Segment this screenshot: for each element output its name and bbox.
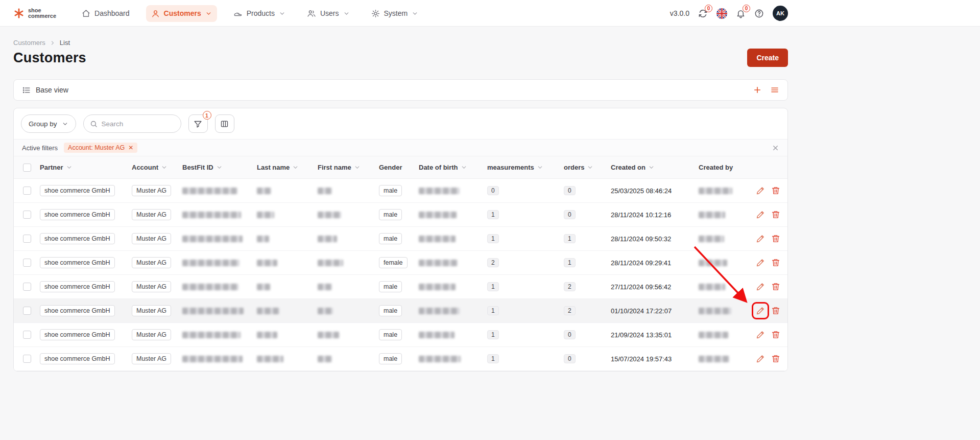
edit-button[interactable]	[756, 306, 765, 315]
table-row[interactable]: shoe commerce GmbH Muster AG male 1 0 15…	[14, 347, 787, 371]
bestfit-id-redacted	[182, 284, 238, 290]
first-name-redacted	[318, 332, 339, 338]
edit-button[interactable]	[756, 330, 765, 339]
nav-dashboard[interactable]: Dashboard	[77, 5, 135, 22]
column-header-orders[interactable]: orders	[564, 164, 611, 171]
measurements-count: 1	[487, 306, 499, 315]
table-row[interactable]: shoe commerce GmbH Muster AG male 1 2 01…	[14, 299, 787, 323]
edit-button[interactable]	[756, 258, 765, 267]
column-header-account[interactable]: Account	[132, 164, 182, 171]
active-filters-label: Active filters	[22, 144, 58, 152]
gender-chip: male	[379, 233, 402, 244]
table-row[interactable]: shoe commerce GmbH Muster AG male 1 0 21…	[14, 323, 787, 347]
delete-button[interactable]	[771, 210, 780, 219]
created-on-value: 21/09/2024 13:35:01	[611, 331, 672, 339]
table-row[interactable]: shoe commerce GmbH Muster AG male 1 1 28…	[14, 227, 787, 251]
created-on-value: 28/11/2024 09:50:32	[611, 235, 671, 243]
group-by-select[interactable]: Group by	[21, 114, 76, 133]
edit-button[interactable]	[756, 210, 765, 219]
select-all-checkbox[interactable]	[23, 164, 31, 172]
filter-chip-account[interactable]: Account: Muster AG ✕	[64, 143, 137, 153]
edit-button[interactable]	[756, 354, 765, 363]
user-avatar[interactable]: AK	[773, 6, 788, 21]
delete-button[interactable]	[771, 330, 780, 339]
row-checkbox[interactable]	[23, 259, 31, 267]
add-view-button[interactable]	[753, 85, 762, 95]
nav-users[interactable]: Users	[302, 5, 355, 22]
logo-line2: commerce	[28, 13, 56, 19]
account-chip: Muster AG	[132, 185, 171, 196]
breadcrumb-list: List	[60, 39, 70, 47]
columns-button[interactable]	[215, 114, 234, 133]
sync-icon[interactable]: 0	[698, 9, 708, 18]
column-header-first[interactable]: First name	[318, 164, 379, 171]
table-row[interactable]: shoe commerce GmbH Muster AG male 1 0 28…	[14, 203, 787, 227]
column-header-created_on[interactable]: Created on	[611, 164, 699, 171]
last-name-redacted	[257, 236, 269, 242]
help-icon[interactable]	[754, 9, 764, 18]
active-filters-bar: Active filters Account: Muster AG ✕	[14, 139, 787, 156]
edit-button[interactable]	[756, 186, 765, 195]
row-checkbox[interactable]	[23, 235, 31, 243]
first-name-redacted	[318, 212, 341, 218]
created-by-redacted	[699, 260, 727, 266]
filter-chip-label: Account: Muster AG	[68, 144, 125, 151]
column-header-partner[interactable]: Partner	[40, 164, 132, 171]
clear-filters-icon[interactable]	[772, 144, 779, 152]
created-by-redacted	[699, 308, 731, 314]
notifications-bell-icon[interactable]: 0	[736, 9, 746, 18]
delete-button[interactable]	[771, 258, 780, 267]
row-checkbox[interactable]	[23, 211, 31, 219]
shoe-icon	[233, 9, 243, 18]
delete-button[interactable]	[771, 186, 780, 195]
account-chip: Muster AG	[132, 257, 171, 268]
table-row[interactable]: shoe commerce GmbH Muster AG female 2 1 …	[14, 251, 787, 275]
delete-button[interactable]	[771, 354, 780, 363]
first-name-redacted	[318, 308, 333, 314]
measurements-count: 1	[487, 354, 499, 363]
row-checkbox[interactable]	[23, 331, 31, 339]
view-name-label[interactable]: Base view	[36, 86, 68, 94]
table-row[interactable]: shoe commerce GmbH Muster AG male 1 2 27…	[14, 275, 787, 299]
row-checkbox[interactable]	[23, 355, 31, 363]
filter-button[interactable]: 1	[188, 114, 208, 133]
edit-button[interactable]	[756, 282, 765, 291]
row-checkbox[interactable]	[23, 187, 31, 195]
row-checkbox[interactable]	[23, 283, 31, 291]
chevron-down-icon	[62, 121, 68, 127]
edit-button[interactable]	[756, 234, 765, 243]
row-checkbox[interactable]	[23, 307, 31, 315]
delete-button[interactable]	[771, 234, 780, 243]
column-header-last[interactable]: Last name	[257, 164, 318, 171]
measurements-count: 1	[487, 210, 499, 219]
column-header-bestfit[interactable]: BestFit ID	[182, 164, 257, 171]
delete-button[interactable]	[771, 306, 780, 315]
partner-chip: shoe commerce GmbH	[40, 209, 115, 220]
create-button[interactable]: Create	[747, 49, 788, 67]
nav-system[interactable]: System	[366, 5, 424, 22]
view-options-button[interactable]	[770, 85, 779, 95]
nav-customers[interactable]: Customers	[146, 5, 217, 22]
created-on-value: 27/11/2024 09:56:42	[611, 283, 671, 291]
partner-chip: shoe commerce GmbH	[40, 353, 115, 364]
nav-users-label: Users	[320, 9, 339, 17]
chevron-down-icon	[279, 10, 285, 17]
first-name-redacted	[318, 284, 332, 290]
breadcrumb-customers[interactable]: Customers	[13, 39, 45, 47]
search-input[interactable]	[102, 120, 175, 128]
last-name-redacted	[257, 356, 283, 362]
column-header-dob[interactable]: Date of birth	[419, 164, 487, 171]
group-by-label: Group by	[29, 120, 57, 128]
nav-products[interactable]: Products	[228, 5, 291, 22]
app-logo[interactable]: shoe commerce	[13, 8, 56, 19]
bestfit-id-redacted	[182, 260, 240, 266]
created-by-redacted	[699, 212, 725, 218]
created-by-redacted	[699, 356, 729, 362]
column-header-measurements[interactable]: measurements	[487, 164, 564, 171]
table-rows: shoe commerce GmbH Muster AG male 0 0 25…	[14, 179, 787, 371]
last-name-redacted	[257, 212, 274, 218]
remove-filter-icon[interactable]: ✕	[128, 145, 133, 151]
table-row[interactable]: shoe commerce GmbH Muster AG male 0 0 25…	[14, 179, 787, 203]
delete-button[interactable]	[771, 282, 780, 291]
language-flag-icon[interactable]	[716, 8, 727, 19]
